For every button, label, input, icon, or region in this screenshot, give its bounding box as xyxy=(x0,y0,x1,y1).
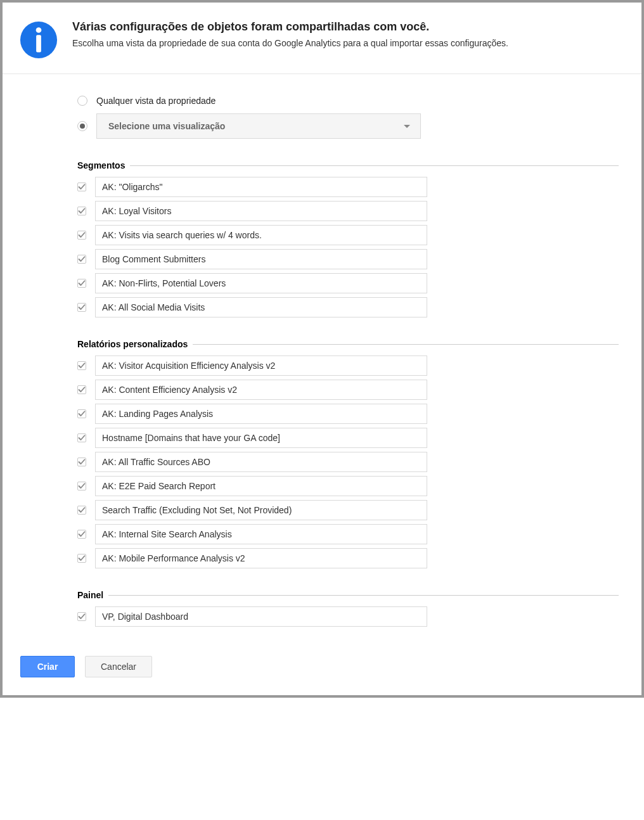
item-name-field[interactable]: AK: Visitor Acquisition Efficiency Analy… xyxy=(95,356,427,376)
check-icon xyxy=(78,279,86,287)
item-name-field[interactable]: AK: Internal Site Search Analysis xyxy=(95,524,427,544)
view-option-any-label: Qualquer vista da propriedade xyxy=(96,96,216,106)
section-title: Segmentos xyxy=(77,160,125,170)
dialog-content: Qualquer vista da propriedade Selecione … xyxy=(3,74,641,637)
view-option-select[interactable]: Selecione uma visualização xyxy=(77,113,619,139)
checkbox[interactable] xyxy=(77,385,86,394)
checkbox[interactable] xyxy=(77,279,86,288)
section-title: Relatórios personalizados xyxy=(77,339,188,349)
check-icon xyxy=(78,255,86,263)
check-icon xyxy=(78,386,86,394)
section-heading: Relatórios personalizados xyxy=(77,339,619,349)
list-item: Search Traffic (Excluding Not Set, Not P… xyxy=(77,500,619,520)
checkbox[interactable] xyxy=(77,612,86,621)
check-icon xyxy=(78,458,86,466)
check-icon xyxy=(78,207,86,215)
list-item: VP, Digital Dashboard xyxy=(77,606,619,627)
item-name-field[interactable]: Search Traffic (Excluding Not Set, Not P… xyxy=(95,500,427,520)
view-select-placeholder: Selecione uma visualização xyxy=(108,121,225,131)
item-name-field[interactable]: AK: Loyal Visitors xyxy=(95,201,427,221)
item-name-field[interactable]: VP, Digital Dashboard xyxy=(95,606,427,627)
list-item: Blog Comment Submitters xyxy=(77,249,619,269)
list-item: AK: E2E Paid Search Report xyxy=(77,476,619,496)
item-name-field[interactable]: AK: "Oligarchs" xyxy=(95,177,427,197)
create-button[interactable]: Criar xyxy=(20,656,75,677)
svg-rect-2 xyxy=(36,35,41,52)
item-name-field[interactable]: Hostname [Domains that have your GA code… xyxy=(95,428,427,448)
list-item: AK: Content Efficiency Analysis v2 xyxy=(77,380,619,400)
check-icon xyxy=(78,554,86,562)
item-name-field[interactable]: AK: E2E Paid Search Report xyxy=(95,476,427,496)
check-icon xyxy=(78,482,86,490)
check-icon xyxy=(78,506,86,514)
check-icon xyxy=(78,231,86,239)
check-icon xyxy=(78,183,86,191)
item-name-field[interactable]: AK: Visits via search queries w/ 4 words… xyxy=(95,225,427,245)
section-heading: Segmentos xyxy=(77,160,619,170)
list-item: AK: Internal Site Search Analysis xyxy=(77,524,619,544)
divider xyxy=(193,344,619,345)
divider xyxy=(130,165,619,166)
info-icon xyxy=(19,20,58,60)
dialog-header: Várias configurações de objetos foram co… xyxy=(3,3,641,74)
section-heading: Painel xyxy=(77,590,619,600)
list-item: AK: All Social Media Visits xyxy=(77,297,619,317)
checkbox[interactable] xyxy=(77,183,86,191)
section: PainelVP, Digital Dashboard xyxy=(77,590,619,627)
list-item: Hostname [Domains that have your GA code… xyxy=(77,428,619,448)
dialog-title: Várias configurações de objetos foram co… xyxy=(72,20,508,34)
check-icon xyxy=(78,613,86,620)
checkbox[interactable] xyxy=(77,255,86,264)
chevron-down-icon xyxy=(404,125,410,128)
check-icon xyxy=(78,362,86,369)
list-item: AK: Visits via search queries w/ 4 words… xyxy=(77,225,619,245)
section: SegmentosAK: "Oligarchs"AK: Loyal Visito… xyxy=(77,160,619,317)
item-name-field[interactable]: AK: Mobile Performance Analysis v2 xyxy=(95,548,427,568)
checkbox[interactable] xyxy=(77,530,86,539)
item-name-field[interactable]: AK: All Traffic Sources ABO xyxy=(95,452,427,472)
cancel-button[interactable]: Cancelar xyxy=(85,656,152,677)
list-item: AK: Mobile Performance Analysis v2 xyxy=(77,548,619,568)
dialog-footer: Criar Cancelar xyxy=(3,637,641,695)
item-name-field[interactable]: AK: Content Efficiency Analysis v2 xyxy=(95,380,427,400)
checkbox[interactable] xyxy=(77,207,86,215)
check-icon xyxy=(78,434,86,442)
item-name-field[interactable]: AK: Non-Flirts, Potential Lovers xyxy=(95,273,427,293)
check-icon xyxy=(78,530,86,538)
section-title: Painel xyxy=(77,590,103,600)
checkbox[interactable] xyxy=(77,361,86,370)
check-icon xyxy=(78,410,86,418)
checkbox[interactable] xyxy=(77,554,86,563)
svg-point-1 xyxy=(36,27,42,33)
list-item: AK: Landing Pages Analysis xyxy=(77,404,619,424)
view-option-any[interactable]: Qualquer vista da propriedade xyxy=(77,96,619,106)
list-item: AK: Visitor Acquisition Efficiency Analy… xyxy=(77,356,619,376)
list-item: AK: "Oligarchs" xyxy=(77,177,619,197)
check-icon xyxy=(78,304,86,311)
checkbox[interactable] xyxy=(77,409,86,418)
cancel-button-label: Cancelar xyxy=(101,662,136,672)
list-item: AK: Loyal Visitors xyxy=(77,201,619,221)
dialog-subtitle: Escolha uma vista da propriedade de sua … xyxy=(72,37,508,50)
checkbox[interactable] xyxy=(77,433,86,442)
header-text: Várias configurações de objetos foram co… xyxy=(72,20,508,60)
item-name-field[interactable]: AK: Landing Pages Analysis xyxy=(95,404,427,424)
item-name-field[interactable]: AK: All Social Media Visits xyxy=(95,297,427,317)
checkbox[interactable] xyxy=(77,506,86,515)
item-name-field[interactable]: Blog Comment Submitters xyxy=(95,249,427,269)
divider xyxy=(108,595,619,596)
checkbox[interactable] xyxy=(77,458,86,466)
section: Relatórios personalizadosAK: Visitor Acq… xyxy=(77,339,619,568)
checkbox[interactable] xyxy=(77,303,86,312)
radio-selected-icon xyxy=(77,121,87,131)
checkbox[interactable] xyxy=(77,231,86,240)
list-item: AK: Non-Flirts, Potential Lovers xyxy=(77,273,619,293)
radio-unselected-icon xyxy=(77,96,87,106)
view-select-dropdown[interactable]: Selecione uma visualização xyxy=(96,113,421,139)
list-item: AK: All Traffic Sources ABO xyxy=(77,452,619,472)
create-button-label: Criar xyxy=(37,662,58,672)
checkbox[interactable] xyxy=(77,482,86,490)
import-dialog: Várias configurações de objetos foram co… xyxy=(0,0,644,698)
